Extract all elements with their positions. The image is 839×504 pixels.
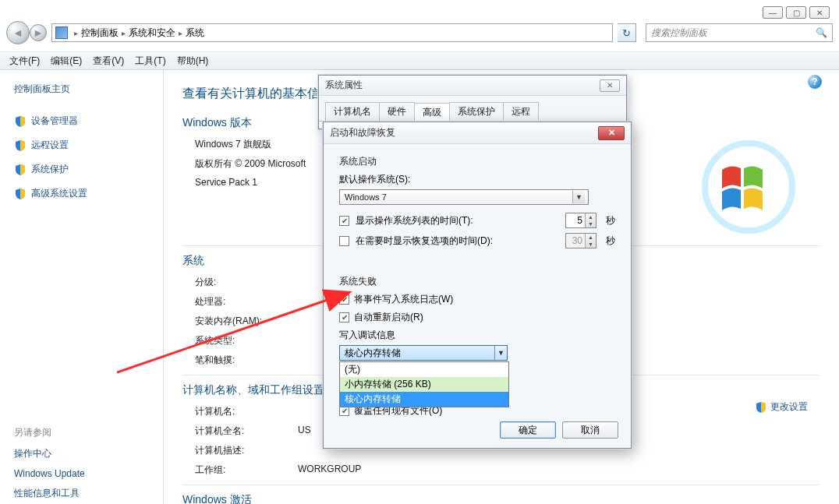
sidebar-item-label: 设备管理器 (31, 115, 78, 128)
control-panel-icon (55, 26, 68, 39)
seealso-label: 操作中心 (14, 447, 51, 460)
section-activation: Windows 激活 (182, 493, 820, 504)
close-button[interactable]: ✕ (598, 126, 625, 140)
os-list-time-value[interactable] (566, 215, 585, 226)
cpu-label: 处理器: (195, 295, 298, 308)
pen-touch-label: 笔和触摸: (195, 354, 298, 367)
checkbox-show-os-list[interactable]: ✔ (339, 216, 349, 226)
shield-icon (14, 139, 27, 152)
sidebar: 控制面板主页 设备管理器 远程设置 系统保护 高级系统设置 另请参阅 操作中心 … (0, 70, 164, 504)
control-panel-home-link[interactable]: 控制面板主页 (14, 83, 149, 96)
search-input[interactable]: 搜索控制面板 🔍 (646, 23, 833, 42)
up-icon[interactable]: ▲ (586, 213, 596, 220)
default-os-label: 默认操作系统(S): (339, 173, 615, 186)
computer-description-label: 计算机描述: (195, 444, 298, 457)
sidebar-item-advanced-system-settings[interactable]: 高级系统设置 (14, 187, 149, 200)
dump-selected-value: 核心内存转储 (345, 347, 401, 360)
seealso-performance-info[interactable]: 性能信息和工具 (14, 487, 149, 500)
checkbox-show-os-list-label: 显示操作系统列表的时间(T): (356, 214, 559, 227)
close-button[interactable]: ✕ (809, 6, 830, 19)
rating-label: 分级: (195, 276, 298, 289)
workgroup-label: 工作组: (195, 463, 298, 477)
close-icon[interactable]: ✕ (600, 79, 620, 92)
sidebar-item-device-manager[interactable]: 设备管理器 (14, 115, 149, 128)
help-icon[interactable]: ? (808, 75, 822, 89)
seealso-label: 性能信息和工具 (14, 487, 80, 500)
dump-info-label: 写入调试信息 (339, 329, 615, 342)
dialog-title: 系统属性 (325, 79, 363, 92)
sidebar-item-label: 高级系统设置 (31, 187, 87, 200)
maximize-button[interactable]: ▢ (786, 6, 806, 19)
dump-type-select[interactable]: 核心内存转储 ▼ (无) 小内存转储 (256 KB) 核心内存转储 (339, 345, 508, 361)
group-system-failure: 系统失败 (339, 275, 615, 288)
recovery-time-value (566, 235, 585, 246)
up-icon: ▲ (586, 234, 596, 241)
systype-label: 系统类型: (195, 334, 298, 347)
down-icon: ▼ (586, 241, 596, 248)
chevron-down-icon: ▼ (572, 191, 585, 203)
forward-button[interactable]: ► (30, 24, 47, 41)
minimize-button[interactable]: — (763, 6, 783, 19)
dump-option-none[interactable]: (无) (340, 362, 508, 377)
checkbox-show-recovery-label: 在需要时显示恢复选项的时间(D): (356, 234, 559, 248)
menu-bar: 文件(F) 编辑(E) 查看(V) 工具(T) 帮助(H) (0, 51, 839, 70)
checkbox-show-recovery[interactable] (339, 236, 349, 246)
menu-help[interactable]: 帮助(H) (177, 55, 209, 68)
see-also-heading: 另请参阅 (14, 426, 149, 439)
breadcrumb-item[interactable]: 系统和安全 (129, 26, 175, 40)
sidebar-item-system-protection[interactable]: 系统保护 (14, 163, 149, 176)
os-list-time-spinner[interactable]: ▲▼ (565, 213, 597, 228)
change-settings-label: 更改设置 (770, 400, 808, 414)
window-controls: — ▢ ✕ (763, 6, 830, 19)
checkbox-auto-restart[interactable]: ✔ (339, 312, 349, 322)
checkbox-write-event-log[interactable]: ✔ (339, 294, 349, 305)
dump-option-small[interactable]: 小内存转储 (256 KB) (340, 377, 508, 392)
breadcrumb[interactable]: ▸ 控制面板 ▸ 系统和安全 ▸ 系统 (51, 23, 613, 42)
seealso-windows-update[interactable]: Windows Update (14, 468, 149, 479)
refresh-button[interactable]: ↻ (618, 23, 636, 42)
menu-edit[interactable]: 编辑(E) (51, 55, 82, 68)
seealso-label: Windows Update (14, 468, 85, 479)
breadcrumb-item[interactable]: 控制面板 (81, 26, 119, 40)
svg-point-0 (705, 143, 792, 231)
seealso-action-center[interactable]: 操作中心 (14, 447, 149, 460)
chevron-right-icon: ▸ (179, 29, 182, 37)
default-os-select[interactable]: Windows 7 ▼ (339, 189, 589, 205)
checkbox-write-event-log-label: 将事件写入系统日志(W) (354, 293, 453, 306)
search-placeholder: 搜索控制面板 (651, 26, 707, 40)
recovery-time-spinner: ▲▼ (565, 233, 597, 248)
full-computer-name-label: 计算机全名: (195, 425, 298, 438)
dialog-titlebar[interactable]: 启动和故障恢复 ✕ (324, 122, 631, 144)
startup-recovery-dialog: 启动和故障恢复 ✕ 系统启动 默认操作系统(S): Windows 7 ▼ ✔ … (323, 122, 632, 449)
ok-button[interactable]: 确定 (500, 421, 556, 439)
tab-remote[interactable]: 远程 (503, 102, 539, 121)
checkbox-auto-restart-label: 自动重新启动(R) (354, 311, 423, 324)
dialog-title: 启动和故障恢复 (330, 126, 395, 139)
tab-advanced[interactable]: 高级 (414, 103, 450, 122)
menu-view[interactable]: 查看(V) (93, 55, 124, 68)
back-button[interactable]: ◄ (6, 21, 30, 44)
breadcrumb-item[interactable]: 系统 (186, 26, 204, 40)
menu-file[interactable]: 文件(F) (9, 55, 40, 68)
sidebar-item-remote-settings[interactable]: 远程设置 (14, 139, 149, 152)
cancel-button[interactable]: 取消 (562, 421, 618, 439)
sidebar-item-label: 远程设置 (31, 139, 69, 152)
tab-computer-name[interactable]: 计算机名 (325, 102, 380, 121)
workgroup-value: WORKGROUP (298, 463, 361, 477)
tab-hardware[interactable]: 硬件 (379, 102, 415, 121)
change-settings-link[interactable]: 更改设置 (755, 400, 808, 414)
dump-type-dropdown-list: (无) 小内存转储 (256 KB) 核心内存转储 (339, 361, 509, 407)
shield-icon (14, 188, 27, 200)
seconds-label: 秒 (606, 234, 615, 248)
default-os-value: Windows 7 (345, 192, 387, 202)
tab-system-protection[interactable]: 系统保护 (449, 102, 504, 121)
address-bar: ◄ ► ▸ 控制面板 ▸ 系统和安全 ▸ 系统 ↻ 搜索控制面板 🔍 (0, 20, 839, 45)
computer-name-label: 计算机名: (195, 405, 298, 418)
dialog-titlebar[interactable]: 系统属性 ✕ (319, 76, 626, 96)
dialog-tabs: 计算机名 硬件 高级 系统保护 远程 (319, 96, 626, 122)
menu-tools[interactable]: 工具(T) (135, 55, 165, 68)
copyright-value: 版权所有 © 2009 Microsoft (195, 157, 306, 171)
dump-option-kernel[interactable]: 核心内存转储 (340, 392, 508, 407)
down-icon[interactable]: ▼ (586, 220, 596, 227)
shield-icon (14, 164, 27, 176)
